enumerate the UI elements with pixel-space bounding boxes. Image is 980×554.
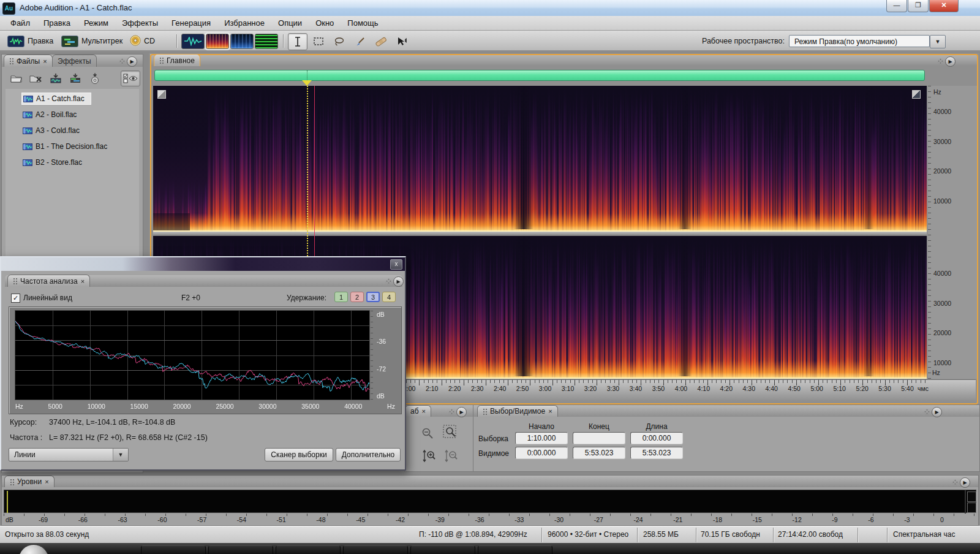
- status-file-size[interactable]: 258.55 МБ: [643, 530, 679, 539]
- zoom-tab-close-icon[interactable]: ×: [422, 408, 426, 415]
- time-selection-tool[interactable]: [288, 33, 307, 50]
- status-display-mode[interactable]: Спектральная час: [893, 530, 979, 539]
- vertical-zoom-out-button[interactable]: [442, 447, 461, 465]
- menu-item[interactable]: Режим: [77, 16, 115, 30]
- spectral-pan-display-button[interactable]: [230, 34, 254, 49]
- menu-item[interactable]: Правка: [37, 16, 77, 30]
- clip-indicator-right[interactable]: [967, 503, 976, 513]
- files-panel-menu-button[interactable]: ▶: [119, 56, 137, 67]
- marquee-selection-tool[interactable]: [309, 33, 328, 50]
- view-start-field[interactable]: 0:00.000: [515, 447, 568, 459]
- show-options-button[interactable]: [121, 70, 140, 86]
- insert-multitrack-button[interactable]: [67, 70, 84, 86]
- import-file-button[interactable]: [47, 70, 64, 86]
- menu-item[interactable]: Файл: [4, 16, 37, 30]
- frequency-analysis-plot[interactable]: [15, 310, 370, 400]
- zoom-panel-tab[interactable]: аб ×: [405, 405, 431, 417]
- effects-tab[interactable]: Эффекты: [52, 55, 97, 67]
- spectrogram-left-channel[interactable]: [153, 86, 927, 232]
- levels-tab-close-icon[interactable]: ×: [45, 478, 48, 485]
- status-time-free[interactable]: 27:14:42.00 свобод: [778, 530, 843, 539]
- cd-view-button[interactable]: CD: [130, 34, 155, 48]
- selection-start-field[interactable]: 1:10.000: [515, 432, 568, 444]
- spectral-phase-display-button[interactable]: [255, 34, 278, 49]
- menu-item[interactable]: Опции: [271, 16, 309, 30]
- linear-view-checkbox[interactable]: ✓: [11, 294, 20, 303]
- scrub-tool[interactable]: [392, 33, 412, 50]
- file-list-item[interactable]: B1 - The Decision.flac: [21, 140, 113, 153]
- frequency-panel-menu-button[interactable]: ▶: [386, 276, 404, 287]
- display-corner-handle-right-icon[interactable]: [912, 90, 921, 99]
- selection-panel-menu-button[interactable]: ▶: [924, 407, 942, 417]
- workspace-dropdown-arrow[interactable]: ▼: [930, 35, 946, 48]
- minimize-button[interactable]: —: [886, 0, 907, 12]
- sample-scanner-button[interactable]: Сканер выборки: [265, 448, 333, 461]
- playhead-triangle[interactable]: [302, 80, 312, 86]
- hold-button[interactable]: 2: [350, 292, 364, 302]
- main-tab[interactable]: Главное: [154, 54, 200, 66]
- view-end-field[interactable]: 5:53.023: [573, 447, 625, 459]
- spectral-display-button[interactable]: [206, 34, 229, 49]
- frequency-tab-close-icon[interactable]: ×: [81, 278, 85, 285]
- frequency-analysis-window[interactable]: x Частота анализа × ▶ ✓ Линейный вид F2 …: [0, 256, 406, 471]
- insert-cd-button[interactable]: [86, 70, 104, 86]
- levels-panel-menu-button[interactable]: ▶: [952, 477, 970, 488]
- clip-indicator-left[interactable]: [967, 491, 976, 502]
- edit-view-button[interactable]: Правка: [7, 34, 53, 48]
- transport-button[interactable]: [276, 545, 341, 554]
- selection-length-field[interactable]: 0:00.000: [630, 432, 683, 444]
- shuttle-wheel[interactable]: [18, 544, 49, 554]
- levels-tab[interactable]: Уровни ×: [4, 476, 55, 487]
- hold-button[interactable]: 4: [382, 292, 396, 302]
- hold-button[interactable]: 1: [334, 292, 348, 302]
- view-length-field[interactable]: 5:53.023: [630, 447, 683, 459]
- transport-button[interactable]: [343, 545, 408, 554]
- waveform-display-button[interactable]: [181, 34, 205, 49]
- display-mode-select[interactable]: Линии ▼: [9, 448, 129, 461]
- menu-item[interactable]: Окно: [309, 16, 341, 30]
- files-tab-close-icon[interactable]: ×: [43, 58, 47, 65]
- main-panel-menu-button[interactable]: ▶: [938, 56, 956, 67]
- zoom-to-selection-button[interactable]: [440, 422, 460, 442]
- menu-item[interactable]: Помощь: [341, 16, 385, 30]
- zoom-panel-menu-button[interactable]: ▶: [449, 407, 467, 417]
- zoom-out-button[interactable]: [418, 425, 437, 442]
- navigator-scrollbar[interactable]: [154, 70, 925, 81]
- frequency-window-close-button[interactable]: x: [390, 259, 402, 270]
- multitrack-view-button[interactable]: Мультитрек: [61, 34, 123, 48]
- file-list-item[interactable]: A1 - Catch.flac: [21, 93, 91, 105]
- menu-item[interactable]: Эффекты: [115, 16, 165, 30]
- frequency-analysis-tab[interactable]: Частота анализа ×: [7, 275, 90, 287]
- chevron-down-icon[interactable]: ▼: [113, 449, 128, 461]
- menu-item[interactable]: Избранное: [217, 16, 271, 30]
- frequency-window-titlebar[interactable]: [1, 257, 405, 271]
- heal-tool[interactable]: [371, 33, 391, 50]
- selection-tab-close-icon[interactable]: ×: [548, 408, 552, 415]
- close-button[interactable]: ✕: [929, 0, 959, 12]
- status-peak-info[interactable]: П: -110 dB @ 1:08.894, 42909Hz: [419, 530, 527, 539]
- brush-selection-tool[interactable]: [350, 33, 370, 50]
- title-bar[interactable]: Au Adobe Audition - A1 - Catch.flac — ❐ …: [0, 0, 980, 17]
- selection-panel-tab[interactable]: Выбор/Видимое ×: [477, 405, 558, 417]
- transport-button[interactable]: [478, 545, 552, 554]
- restore-button[interactable]: ❐: [908, 0, 929, 12]
- lasso-selection-tool[interactable]: [330, 33, 349, 50]
- status-disk-free[interactable]: 70.15 ГБ свободн: [701, 530, 760, 539]
- open-file-button[interactable]: [8, 70, 25, 86]
- file-list-item[interactable]: A3 - Cold.flac: [21, 124, 86, 137]
- file-list-item[interactable]: B2 - Store.flac: [21, 156, 88, 169]
- channel-divider[interactable]: [153, 232, 927, 236]
- transport-button[interactable]: [208, 545, 273, 554]
- close-file-button[interactable]: [28, 70, 45, 86]
- advanced-button[interactable]: Дополнительно: [336, 448, 401, 461]
- selection-end-field[interactable]: [573, 432, 625, 444]
- files-tab[interactable]: Файлы ×: [4, 55, 53, 67]
- transport-button[interactable]: [141, 545, 206, 554]
- hold-button[interactable]: 3: [366, 292, 380, 302]
- level-meter[interactable]: [4, 490, 976, 513]
- status-format-info[interactable]: 96000 • 32-бит • Стерео: [548, 530, 628, 539]
- vertical-zoom-in-button[interactable]: [420, 447, 439, 465]
- file-list-item[interactable]: A2 - Boil.flac: [21, 108, 83, 121]
- menu-item[interactable]: Генерация: [165, 16, 217, 30]
- transport-button[interactable]: [410, 545, 475, 554]
